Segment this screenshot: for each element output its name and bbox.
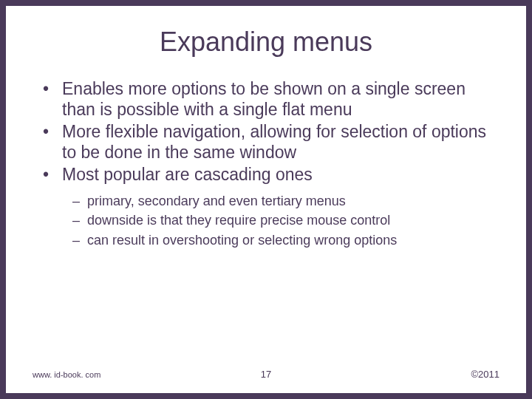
footer-page-number: 17 [261,369,271,380]
footer-copyright: ©2011 [471,369,500,380]
sub-bullet-item: primary, secondary and even tertiary men… [72,192,499,211]
bullet-list: Enables more options to be shown on a si… [33,78,499,185]
bullet-item: Most popular are cascading ones [41,164,499,185]
footer: www. id-book. com 17 ©2011 [6,369,526,380]
footer-url: www. id-book. com [33,370,100,379]
sub-bullet-item: can result in overshooting or selecting … [72,231,499,250]
sub-bullet-list: primary, secondary and even tertiary men… [33,192,499,250]
slide-title: Expanding menus [33,27,499,58]
sub-bullet-item: downside is that they require precise mo… [72,211,499,230]
bullet-item: Enables more options to be shown on a si… [41,78,499,120]
slide: Expanding menus Enables more options to … [6,6,526,393]
bullet-item: More flexible navigation, allowing for s… [41,121,499,163]
